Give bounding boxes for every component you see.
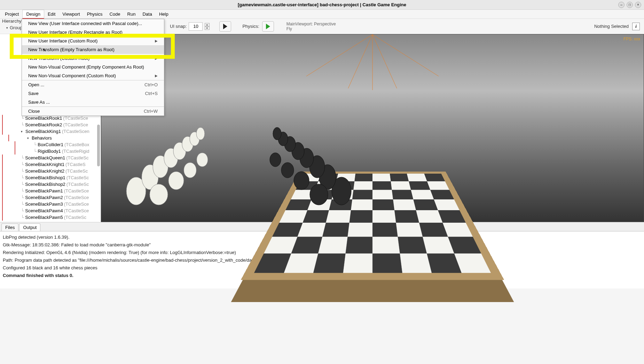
spinner-up-icon[interactable]: ▴ <box>205 23 210 26</box>
titlebar: [gameviewmain.castle-user-interface] bad… <box>0 0 644 10</box>
tree-row[interactable]: └SceneBlackPawn3 (TCastleSce <box>1 201 99 207</box>
tree-row[interactable]: └SceneBlackPawn5 (TCastleSc <box>1 214 99 221</box>
svg-point-12 <box>196 127 205 140</box>
tree-item-name: SceneBlackKnight2 <box>25 168 64 174</box>
tree-branch-icon: └ <box>21 208 24 213</box>
viewport-3d[interactable]: FPS: xxx <box>101 34 644 222</box>
window-controls: – □ × <box>618 2 641 8</box>
tree-row[interactable]: └SceneBlackPawn4 (TCastleSce <box>1 207 99 214</box>
svg-line-4 <box>372 34 439 76</box>
tree-branch-icon: └ <box>21 116 24 121</box>
physics-play-icon <box>266 24 270 29</box>
menu-item[interactable]: Open ...Ctrl+O <box>22 80 164 89</box>
tab-output[interactable]: Output <box>19 223 40 231</box>
group-label[interactable]: Group <box>10 25 22 30</box>
spinner-down-icon[interactable]: ▾ <box>205 26 210 30</box>
tree-branch-icon: └ <box>21 168 24 174</box>
menu-item[interactable]: CloseCtrl+W <box>22 106 164 116</box>
tree-branch-icon: └ <box>21 162 24 167</box>
scrollbar-thumb[interactable] <box>97 125 100 166</box>
svg-point-24 <box>273 127 281 140</box>
svg-point-13 <box>150 184 168 205</box>
menu-run[interactable]: Run <box>124 10 139 18</box>
svg-point-9 <box>173 142 186 160</box>
svg-point-20 <box>300 148 314 168</box>
svg-point-21 <box>292 142 304 160</box>
menu-edit[interactable]: Edit <box>44 10 59 18</box>
menu-project[interactable]: Project <box>1 10 22 18</box>
tree-item-type: (TCastleSc <box>66 182 89 187</box>
minimize-button[interactable]: – <box>618 2 625 8</box>
menu-viewport[interactable]: Viewport <box>59 10 83 18</box>
shortcut-label: Ctrl+S <box>145 91 158 96</box>
tree-item-type: (TCastleSc <box>65 168 88 174</box>
tree-row[interactable]: ▾SceneBlackKing1 (TCastleScen <box>1 128 99 135</box>
design-menu-dropdown: New View (User Interface connected with … <box>22 19 164 116</box>
tree-row[interactable]: ▾Behaviors <box>1 135 99 141</box>
tree-bar-icon <box>15 141 15 148</box>
chevron-down-icon[interactable]: ▾ <box>27 136 31 140</box>
tree-item-type: (TCastleScen <box>62 129 89 134</box>
ui-snap-spinner[interactable]: ▴ ▾ <box>205 23 210 30</box>
menu-item[interactable]: New User Interface (Custom Root)▶ <box>22 37 164 45</box>
menu-item[interactable]: New View (User Interface connected with … <box>22 19 164 28</box>
tree-row[interactable]: └SceneBlackPawn1 (TCastleSce <box>1 188 99 194</box>
tree-row[interactable]: └BoxCollider1 (TCastleBox <box>1 141 99 148</box>
menu-item[interactable]: New Non-Visual Component (Custom Root)▶ <box>22 71 164 80</box>
tree-item-name: SceneBlackRook2 <box>25 122 62 127</box>
tree-item-name: SceneBlackBishop1 <box>25 175 65 180</box>
tree-item-name: SceneBlackPawn4 <box>25 208 63 213</box>
menu-item[interactable]: New Transform (Custom Root)▶ <box>22 54 164 63</box>
svg-line-1 <box>348 34 372 88</box>
tree-row[interactable]: └SceneBlackKnight1 (TCastleS <box>1 161 99 168</box>
tree-row[interactable]: └SceneBlackBishop1 (TCastleSc <box>1 174 99 181</box>
menu-help[interactable]: Help <box>156 10 172 18</box>
tree-item-type: (TCastleSc <box>64 215 86 220</box>
menu-physics[interactable]: Physics <box>84 10 106 18</box>
menu-data[interactable]: Data <box>139 10 155 18</box>
viewport-info-1: MainViewport: Perspective <box>286 22 336 26</box>
tree-row[interactable]: └RigidBody1 (TCastleRigid <box>1 148 99 155</box>
maximize-button[interactable]: □ <box>627 2 633 8</box>
fps-counter: FPS: xxx <box>623 37 640 41</box>
svg-point-14 <box>168 172 184 190</box>
tree-bar-icon <box>2 201 3 207</box>
tree-row[interactable]: └SceneBlackRook2 (TCastleSce <box>1 121 99 128</box>
hierarchy-label: Hierarchy <box>2 18 22 24</box>
menu-item[interactable]: New Transform (Empty Transform as Root) <box>22 45 164 54</box>
chevron-down-icon[interactable]: ▾ <box>21 130 24 133</box>
svg-point-7 <box>153 156 168 178</box>
tree-branch-icon: └ <box>21 155 24 160</box>
chevron-right-icon: ▶ <box>155 74 158 78</box>
selection-status: Nothing Selected <box>594 24 629 29</box>
ui-snap-input[interactable] <box>189 22 203 31</box>
menu-item[interactable]: SaveCtrl+S <box>22 89 164 98</box>
chessboard-scene <box>241 172 504 280</box>
tree-item-name: SceneBlackPawn2 <box>25 195 63 200</box>
info-icon[interactable]: i <box>632 23 640 30</box>
tree-item-name: Behaviors <box>32 135 52 141</box>
physics-play-button[interactable] <box>262 21 274 32</box>
tree-bar-icon <box>2 128 3 135</box>
tree-item-type: (TCastleSce <box>64 195 89 200</box>
tree-branch-icon: └ <box>21 122 24 127</box>
menu-item[interactable]: New Non-Visual Component (Empty Componen… <box>22 63 164 71</box>
tree-branch-icon: └ <box>21 182 24 187</box>
tree-row[interactable]: └SceneBlackPawn2 (TCastleSce <box>1 194 99 201</box>
tree-row[interactable]: └SceneBlackBishop2 (TCastleSc <box>1 181 99 188</box>
chevron-down-icon[interactable]: ▾ <box>6 26 10 30</box>
menu-item[interactable]: New User Interface (Empty Rectangle as R… <box>22 28 164 37</box>
svg-point-15 <box>184 163 196 178</box>
hierarchy-tree[interactable]: └SceneBlackRook1 (TCastleSce└SceneBlackR… <box>0 114 101 221</box>
close-button[interactable]: × <box>635 2 641 8</box>
tree-item-type: (TCastleSce <box>64 188 89 193</box>
menu-design[interactable]: Design <box>22 10 44 19</box>
svg-point-6 <box>142 165 158 190</box>
tree-row[interactable]: └SceneBlackQueen1 (TCastleSc <box>1 155 99 161</box>
menu-item[interactable]: Save As ... <box>22 98 164 106</box>
tree-row[interactable]: └SceneBlackKnight2 (TCastleSc <box>1 168 99 174</box>
tab-files[interactable]: Files <box>1 223 18 231</box>
menu-code[interactable]: Code <box>106 10 124 18</box>
tree-branch-icon: └ <box>33 142 37 147</box>
play-button[interactable] <box>219 21 231 32</box>
